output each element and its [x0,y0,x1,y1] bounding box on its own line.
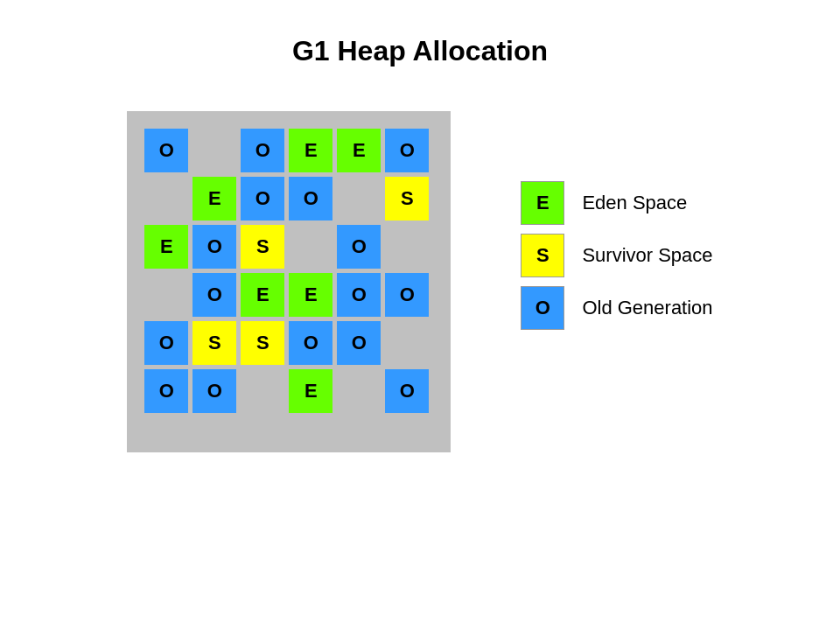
grid-cell: E [241,273,284,317]
legend-item-eden: EEden Space [521,181,712,225]
heap-grid: OOEEOEOOSEOSOOEEOOOSSOOOOEO [144,129,433,413]
grid-cell: E [289,129,332,172]
grid-cell: O [337,321,381,365]
grid-cell: S [241,225,284,269]
grid-cell: O [144,369,188,413]
grid-cell: O [289,177,332,220]
page-title: G1 Heap Allocation [0,0,840,94]
grid-cell: E [337,129,381,172]
legend-box-survivor: S [521,234,564,277]
grid-cell [144,273,188,317]
legend-item-survivor: SSurvivor Space [521,234,712,277]
grid-cell [337,177,381,220]
grid-cell [144,177,188,220]
grid-cell [192,129,236,172]
legend-box-old: O [521,286,564,330]
grid-cell: O [337,225,381,269]
grid-cell: O [144,321,188,365]
legend-box-eden: E [521,181,564,225]
grid-cell: S [241,321,284,365]
grid-cell: O [241,129,284,172]
grid-cell: O [144,129,188,172]
grid-cell: E [192,177,236,220]
grid-cell: O [337,273,381,317]
legend: EEden SpaceSSurvivor SpaceOOld Generatio… [521,181,712,330]
grid-cell [385,321,429,365]
grid-cell: O [289,321,332,365]
grid-cell: O [241,177,284,220]
grid-cell [385,225,429,269]
legend-label-survivor: Survivor Space [582,244,712,267]
grid-cell: O [385,273,429,317]
grid-cell: E [144,225,188,269]
grid-cell [337,369,381,413]
legend-label-eden: Eden Space [582,192,687,214]
main-area: OOEEOEOOSEOSOOEEOOOSSOOOOEO EEden SpaceS… [0,94,840,452]
grid-cell: O [192,225,236,269]
legend-item-old: OOld Generation [521,286,712,330]
legend-label-old: Old Generation [582,297,712,319]
grid-cell: O [385,129,429,172]
heap-container: OOEEOEOOSEOSOOEEOOOSSOOOOEO [127,111,451,452]
grid-cell [289,225,332,269]
grid-cell [241,369,284,413]
grid-cell: O [192,273,236,317]
grid-cell: E [289,273,332,317]
grid-cell: E [289,369,332,413]
grid-cell: O [192,369,236,413]
grid-cell: S [385,177,429,220]
grid-cell: O [385,369,429,413]
grid-cell: S [192,321,236,365]
